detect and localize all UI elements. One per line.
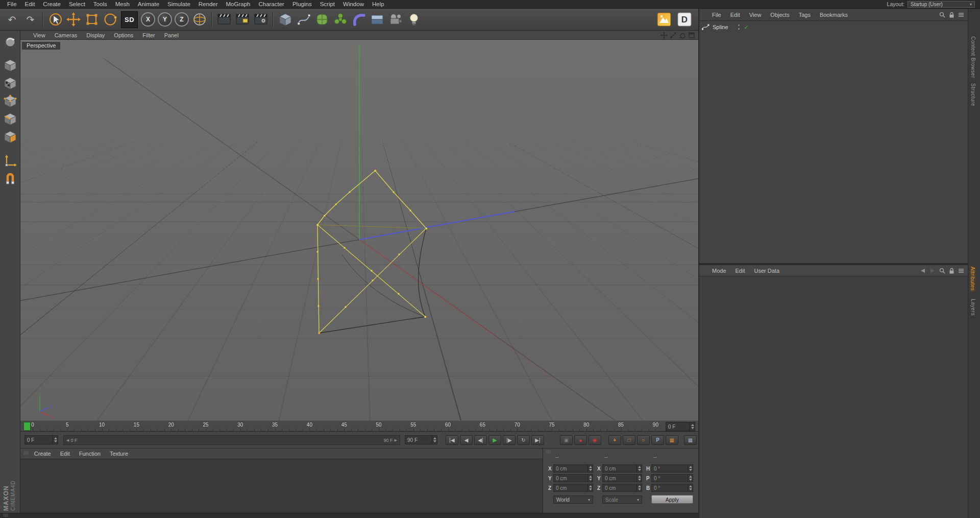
menu-simulate[interactable]: Simulate [163,0,194,9]
transform-mode-dropdown[interactable]: Scale▾ [602,496,642,504]
apply-button[interactable]: Apply [651,495,693,504]
key-position-toggle[interactable]: + [608,435,621,445]
material-menu-function[interactable]: Function [75,451,105,457]
subdivision-surface-button[interactable] [313,11,331,29]
viewport-menu-options[interactable]: Options [109,32,138,38]
om-menu-objects[interactable]: Objects [766,12,794,18]
range-end-value[interactable]: 90 F [405,437,432,443]
position-z-field[interactable]: 0 cm [553,484,593,492]
size-y-stepper[interactable] [636,475,642,482]
make-editable-button[interactable] [2,34,18,50]
model-mode-button[interactable] [2,57,18,74]
viewport-menu-display[interactable]: Display [82,32,109,38]
layout-dropdown[interactable]: Startup (User) ▾ [908,1,975,8]
rotate-view-icon[interactable] [679,32,686,39]
tab-attributes[interactable]: Attributes [969,265,976,292]
menu-select[interactable]: Select [65,0,89,9]
toggle-view-icon[interactable] [688,32,695,39]
panel-grip-icon[interactable]: ⠿⠿ [546,451,551,455]
record-keyframe-button[interactable]: ● [574,435,587,445]
range-start-value[interactable]: 0 F [25,437,53,443]
tab-content-browser[interactable]: Content Browser [970,36,976,78]
current-frame-spinner[interactable]: 0 F [666,422,695,431]
lock-icon[interactable] [949,268,954,274]
material-list-area[interactable] [20,459,543,513]
viewport-menu-view[interactable]: View [29,32,50,38]
viewport-menu-filter[interactable]: Filter [138,32,159,38]
attribute-manager-area[interactable] [699,277,968,518]
om-menu-tags[interactable]: Tags [794,12,815,18]
keyframe-selection-button[interactable]: ▣ [560,435,573,445]
am-menu-edit[interactable]: Edit [731,268,750,274]
tab-layers[interactable]: Layers [970,299,976,316]
axis-mode-button[interactable] [2,152,18,169]
redo-button[interactable]: ↷ [21,11,39,29]
rotation-p-field[interactable]: 0 ° [651,474,693,482]
menu-edit[interactable]: Edit [21,0,39,9]
render-settings-button[interactable] [252,11,270,29]
om-menu-edit[interactable]: Edit [726,12,745,18]
keyframe-settings-button[interactable]: ▦ [684,435,697,445]
history-back-icon[interactable] [920,268,926,273]
coords-header-rotation[interactable]: -- [653,454,657,460]
material-menu-edit[interactable]: Edit [56,451,75,457]
am-menu-user-data[interactable]: User Data [750,268,785,274]
position-x-stepper[interactable] [587,465,593,472]
coordinate-system-button[interactable] [190,11,208,29]
panel-grip-icon[interactable]: ⠿⠿ [23,452,29,456]
range-end-spinner[interactable]: 90 F [405,435,437,444]
range-start-spinner[interactable]: 0 F [24,435,58,444]
range-start-stepper[interactable] [53,436,58,444]
material-menu-create[interactable]: Create [30,451,56,457]
menu-file[interactable]: File [3,0,21,9]
object-row-spline[interactable]: Spline ✓ [701,23,749,31]
material-menu-texture[interactable]: Texture [105,451,133,457]
light-button[interactable] [405,11,423,29]
menu-plugins[interactable]: Plugins [288,0,316,9]
timeline-ruler[interactable]: 051015202530354045505560657075808590 0 F [20,420,698,432]
menu-render[interactable]: Render [194,0,222,9]
key-rotation-toggle[interactable]: ○ [637,435,650,445]
om-menu-file[interactable]: File [707,12,726,18]
rotation-h-stepper[interactable] [688,465,693,472]
panel-menu-icon[interactable] [958,268,964,273]
add-cube-primitive-button[interactable] [276,11,294,29]
frame-stepper[interactable] [690,422,695,431]
camera-button[interactable] [386,11,404,29]
enable-check-icon[interactable]: ✓ [744,24,749,31]
edge-mode-button[interactable] [2,111,18,127]
search-icon[interactable] [939,12,945,18]
next-frame-button[interactable]: |▶ [503,435,516,445]
size-z-field[interactable]: 0 cm [602,484,642,492]
viewport-menu-cameras[interactable]: Cameras [50,32,82,38]
cinema4d-logo-icon[interactable]: D [675,11,693,29]
lock-z-axis-button[interactable]: Z [175,12,189,27]
render-to-picture-viewer-button[interactable] [233,11,251,29]
viewport-camera-label[interactable]: Perspective [22,42,60,50]
move-tool[interactable] [64,11,82,29]
slider-min-cap[interactable]: ◀0 F [66,438,77,443]
pan-view-icon[interactable] [660,32,668,39]
size-y-field[interactable]: 0 cm [602,474,642,482]
menu-help[interactable]: Help [368,0,388,9]
lock-x-axis-button[interactable]: X [141,12,155,27]
point-mode-button[interactable] [2,93,18,109]
viewport-menu-panel[interactable]: Panel [160,32,183,38]
loop-mode-button[interactable]: ↻ [517,435,530,445]
menu-window[interactable]: Window [339,0,368,9]
play-button[interactable]: ▶ [488,435,501,445]
polygon-mode-button[interactable] [2,129,18,145]
am-menu-mode[interactable]: Mode [707,268,731,274]
deformer-button[interactable] [350,11,368,29]
scale-tool[interactable] [83,11,101,29]
interface-layout-icon[interactable] [655,11,673,29]
rotation-b-stepper[interactable] [688,484,693,491]
perspective-viewport[interactable]: Y X Z Perspective [20,40,698,420]
menu-character[interactable]: Character [254,0,288,9]
prev-key-button[interactable]: ◀ [460,435,473,445]
object-name[interactable]: Spline [713,24,728,30]
coords-header-size[interactable]: -- [604,454,608,460]
menu-mesh[interactable]: Mesh [111,0,134,9]
search-icon[interactable] [939,268,945,274]
rotation-h-field[interactable]: 0 ° [651,464,693,473]
